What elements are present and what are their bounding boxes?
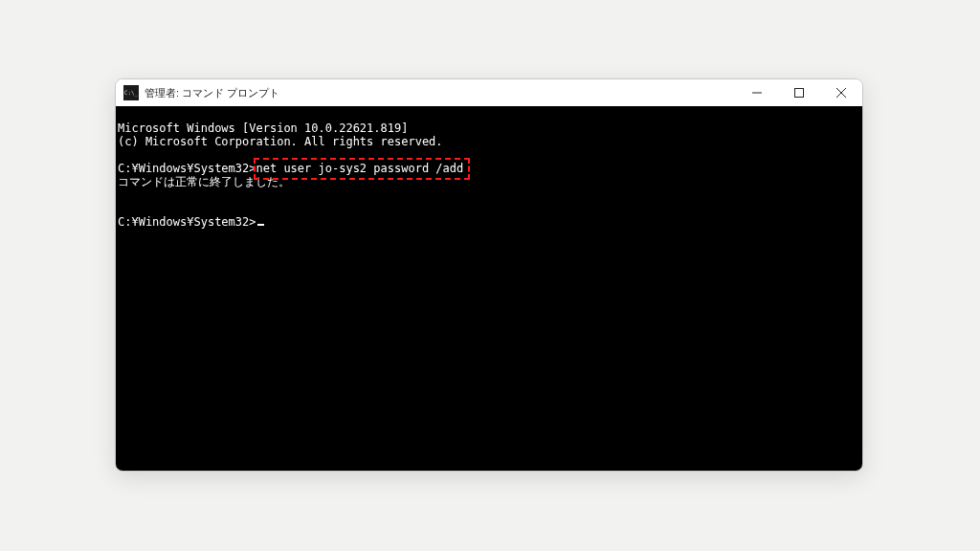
terminal-line: (c) Microsoft Corporation. All rights re… xyxy=(118,135,443,148)
maximize-button[interactable] xyxy=(778,79,820,106)
command-prompt-window: 管理者: コマンド プロンプト Microsoft Windows [Versi… xyxy=(115,78,863,472)
prompt-path: C:¥Windows¥System32> xyxy=(118,215,256,229)
titlebar[interactable]: 管理者: コマンド プロンプト xyxy=(116,79,862,106)
terminal-line: コマンドは正常に終了しました。 xyxy=(118,175,290,188)
terminal-output[interactable]: Microsoft Windows [Version 10.0.22621.81… xyxy=(116,106,862,472)
terminal-line: Microsoft Windows [Version 10.0.22621.81… xyxy=(118,121,408,135)
minimize-icon xyxy=(752,88,762,98)
terminal-line: C:¥Windows¥System32> xyxy=(118,215,264,229)
entered-command: net user jo-sys2 password /add xyxy=(256,162,464,175)
cursor xyxy=(257,224,264,226)
prompt-path: C:¥Windows¥System32> xyxy=(118,162,256,175)
minimize-button[interactable] xyxy=(736,79,778,106)
window-title: 管理者: コマンド プロンプト xyxy=(145,86,279,100)
close-icon xyxy=(836,88,846,98)
cmd-icon xyxy=(123,85,139,100)
terminal-line: C:¥Windows¥System32>net user jo-sys2 pas… xyxy=(118,162,463,175)
close-button[interactable] xyxy=(820,79,862,106)
maximize-icon xyxy=(794,88,804,98)
svg-rect-1 xyxy=(795,89,804,98)
